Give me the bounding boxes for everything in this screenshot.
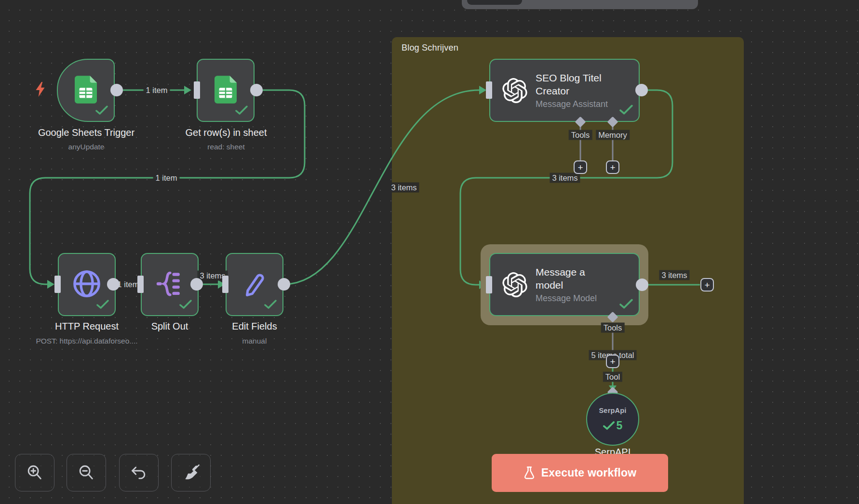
node-title: Edit Fields <box>232 321 277 332</box>
top-panel[interactable] <box>462 0 698 9</box>
node-subtitle: manual <box>242 337 267 345</box>
node-subtitle: read: sheet <box>207 143 245 151</box>
node-title: Message a model <box>536 265 608 292</box>
google-sheets-icon <box>215 76 237 106</box>
output-port[interactable] <box>278 278 290 291</box>
undo-icon <box>130 464 148 482</box>
plus-icon: + <box>610 357 615 366</box>
node-title: Google Sheets Trigger <box>38 127 134 138</box>
wire-label: 3 items <box>659 270 689 280</box>
zoom-in-button[interactable] <box>15 454 54 491</box>
node-split-out[interactable] <box>141 253 199 316</box>
group-label[interactable]: Blog Schrijven <box>402 43 458 53</box>
success-check-icon <box>179 300 192 311</box>
success-check-icon <box>96 300 109 311</box>
workflow-canvas[interactable]: Blog Schrijven 1 item 1 item <box>0 0 859 504</box>
serpapi-run-count: 5 <box>603 419 623 432</box>
execute-workflow-button[interactable]: Execute workflow <box>492 454 668 492</box>
add-memory-button[interactable]: + <box>606 160 619 174</box>
output-port[interactable] <box>636 279 648 291</box>
node-subtitle: Message Assistant <box>536 99 621 109</box>
add-node-button[interactable]: + <box>700 278 714 292</box>
success-check-icon <box>619 299 633 311</box>
port-label-tools: Tools <box>601 323 625 333</box>
plus-icon: + <box>610 163 615 172</box>
google-sheets-icon <box>75 76 97 106</box>
flask-icon <box>523 466 535 480</box>
port-label-tools: Tools <box>569 130 592 140</box>
input-port[interactable] <box>54 276 61 293</box>
top-panel-button[interactable] <box>467 0 522 5</box>
success-check-icon <box>619 105 633 117</box>
output-port[interactable] <box>250 84 263 96</box>
arrow-into-rows <box>184 86 191 94</box>
success-check-icon <box>95 106 108 117</box>
node-subtitle: Message Model <box>536 293 608 304</box>
wire-label: 1 item <box>144 85 170 95</box>
port-label-memory: Memory <box>596 130 630 140</box>
wire-label: 1 item <box>153 173 180 183</box>
success-check-icon <box>235 106 248 117</box>
zoom-in-icon <box>26 464 44 482</box>
output-port[interactable] <box>107 278 120 291</box>
output-port[interactable] <box>190 278 203 291</box>
pencil-icon <box>240 269 269 300</box>
node-message-a-model[interactable]: Message a model Message Model <box>489 253 640 316</box>
tidy-up-button[interactable] <box>171 454 211 491</box>
node-title: Split Out <box>151 321 188 332</box>
node-seo-blog-titel-creator[interactable]: SEO Blog Titel Creator Message Assistant <box>489 59 640 122</box>
execute-workflow-label: Execute workflow <box>541 466 636 479</box>
trigger-bolt-icon <box>34 82 47 99</box>
serpapi-logo: SerpApi <box>599 407 627 414</box>
plus-icon: + <box>704 280 710 290</box>
wire-label: 3 items <box>389 183 419 193</box>
tidy-up-icon <box>181 463 201 482</box>
output-port[interactable] <box>635 84 648 96</box>
undo-button[interactable] <box>119 454 159 491</box>
input-port[interactable] <box>137 276 144 293</box>
node-subtitle: anyUpdate <box>68 143 105 151</box>
zoom-out-icon <box>77 464 95 482</box>
output-port[interactable] <box>110 84 123 96</box>
zoom-out-button[interactable] <box>67 454 106 491</box>
arrow-into-http <box>47 280 54 289</box>
node-serpapi[interactable]: SerpApi 5 <box>586 393 639 446</box>
node-get-rows[interactable] <box>197 59 255 122</box>
add-tool-button[interactable]: + <box>606 355 619 368</box>
add-tool-button[interactable]: + <box>574 160 587 174</box>
node-edit-fields[interactable] <box>226 253 283 316</box>
success-check-icon <box>603 421 615 430</box>
success-check-icon <box>264 300 277 311</box>
input-port[interactable] <box>486 276 492 293</box>
port-label-tool: Tool <box>603 372 622 382</box>
input-port[interactable] <box>486 81 492 99</box>
plus-icon: + <box>577 163 583 172</box>
node-title: SEO Blog Titel Creator <box>536 71 621 97</box>
node-google-sheets-trigger[interactable] <box>57 59 115 122</box>
globe-icon <box>72 269 102 301</box>
wire-label: 3 items <box>550 173 580 183</box>
split-out-icon <box>156 270 184 300</box>
node-subtitle: POST: https://api.dataforseo.... <box>36 337 137 345</box>
openai-icon <box>502 78 527 103</box>
node-title: HTTP Request <box>55 321 119 332</box>
node-title: Get row(s) in sheet <box>186 127 267 138</box>
openai-icon <box>502 272 527 297</box>
input-port[interactable] <box>222 276 228 293</box>
input-port[interactable] <box>194 81 200 99</box>
